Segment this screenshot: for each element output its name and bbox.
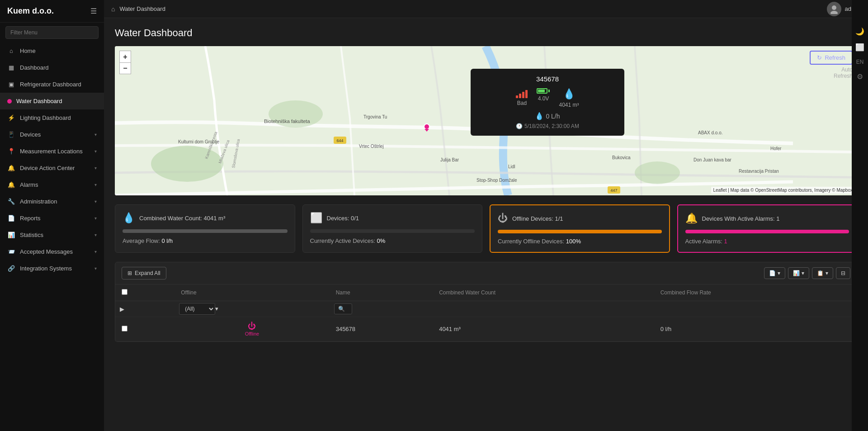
sidebar-item-label: Accepted Messages [20,248,73,255]
devices-icon: 📱 [7,131,15,138]
popup-battery: 4.0V [537,88,550,102]
stat-icon: 💧 [123,212,135,224]
cell-flow-rate: 0 l/h [654,317,857,341]
sidebar-item-device-action-center[interactable]: 🔔Device Action Center▾ [0,160,104,176]
refrigerator-dashboard-icon: ▣ [7,81,15,88]
xls-export-button[interactable]: 📊 ▾ [788,267,809,279]
stat-card-combined-water: 💧 Combined Water Count: 4041 m³ Average … [115,204,295,253]
svg-text:Lidl: Lidl [508,164,515,169]
settings-icon[interactable]: ⚙ [857,72,863,81]
zoom-in-button[interactable]: + [119,51,131,62]
expand-icon: ⊞ [127,270,132,276]
stat-bar [123,229,288,233]
stat-sub-value: 1 [724,238,727,245]
accepted-messages-icon: 📨 [7,248,15,255]
refresh-button[interactable]: ↻ Refresh [810,51,853,65]
svg-text:Vrtec Oštrlej: Vrtec Oštrlej [359,144,384,149]
sidebar: Kuem d.o.o. ☰ ⌂Home▦Dashboard▣Refrigerat… [0,0,104,431]
stat-card-header: 💧 Combined Water Count: 4041 m³ [123,212,288,224]
sidebar-item-integration-systems[interactable]: 🔗Integration Systems▾ [0,260,104,277]
sidebar-item-accepted-messages[interactable]: 📨Accepted Messages▾ [0,243,104,260]
expand-all-label: Expand All [135,270,160,276]
stat-card-header: ⬜ Devices: 0/1 [310,212,475,224]
popup-volume-value: 4041 m³ [559,102,579,108]
stat-bar-bg [685,230,849,233]
row-checkbox[interactable] [122,326,127,332]
csv-icon: 📋 [817,270,824,276]
sidebar-item-label: Administration [20,198,57,205]
popup-metrics: Bad 4.0V 💧 4041 m³ [480,88,615,108]
sidebar-item-statistics[interactable]: 📊Statistics▾ [0,227,104,243]
col-header-offline: Offline [175,284,329,301]
hamburger-icon[interactable]: ☰ [90,7,97,15]
chevron-icon: ▾ [94,149,97,154]
sidebar-item-refrigerator-dashboard[interactable]: ▣Refrigerator Dashboard [0,76,104,93]
svg-text:447: 447 [610,188,617,193]
stat-card-offline-devices: ⏻ Offline Devices: 1/1 Currently Offline… [490,204,670,253]
dark-mode-icon[interactable]: 🌙 [855,27,864,36]
sidebar-item-label: Device Action Center [20,165,75,171]
sidebar-item-label: Water Dashboard [16,98,62,104]
lighting-dashboard-icon: ⚡ [7,114,15,121]
refresh-sub-label: Refresh [834,73,853,79]
stat-sub-value: 0 l/h [161,237,173,244]
right-edge-panel: 🌙 ⬜ EN ⚙ [852,0,868,431]
sidebar-nav: ⌂Home▦Dashboard▣Refrigerator DashboardWa… [0,43,104,277]
expand-all-button[interactable]: ⊞ Expand All [122,267,166,279]
sidebar-item-reports[interactable]: 📄Reports▾ [0,210,104,227]
language-selector[interactable]: EN [856,59,864,65]
refresh-icon: ↻ [817,54,822,61]
stat-icon: 🔔 [685,213,698,224]
sidebar-item-administration[interactable]: 🔧Administration▾ [0,193,104,210]
cell-offline: ⏻ Offline [175,317,329,341]
stats-row: 💧 Combined Water Count: 4041 m³ Average … [115,204,857,253]
sidebar-item-alarms[interactable]: 🔔Alarms▾ [0,176,104,193]
popup-signal-label: Bad [517,100,527,106]
auto-refresh-label: Auto Refresh [834,66,853,79]
dashboard-icon: ▦ [7,64,15,71]
offline-filter-select[interactable]: (All) [179,303,215,315]
xls-label: ▾ [802,270,804,276]
zoom-out-button[interactable]: − [119,62,131,74]
column-toggle-button[interactable]: ⊟ [836,267,850,279]
name-filter-input[interactable] [334,303,352,314]
sidebar-item-home[interactable]: ⌂Home [0,43,104,59]
stat-icon: ⬜ [310,212,322,224]
display-icon[interactable]: ⬜ [855,43,864,52]
main-area: ⌂ Water Dashboard admin Water Dashboard [104,0,868,431]
sidebar-item-label: Home [20,47,36,54]
stat-sub-value: 100% [566,238,581,245]
stat-title: Devices With Active Alarms: 1 [702,215,780,222]
csv-export-button[interactable]: 📋 ▾ [812,267,833,279]
sidebar-item-measurement-locations[interactable]: 📍Measurement Locations▾ [0,143,104,160]
measurement-locations-icon: 📍 [7,148,15,155]
popup-signal: Bad [516,88,528,106]
pdf-export-button[interactable]: 📄 ▾ [764,267,785,279]
sidebar-filter-area [0,23,104,43]
sidebar-item-label: Alarms [20,181,38,188]
svg-text:644: 644 [336,138,343,143]
device-popup: 345678 Bad [471,69,624,136]
chevron-icon: ▾ [94,216,97,221]
stat-bar [685,230,849,233]
chevron-icon: ▾ [94,249,97,254]
expand-arrow[interactable]: ▶ [120,306,124,313]
sidebar-item-water-dashboard[interactable]: Water Dashboard [0,93,104,109]
popup-volume: 💧 4041 m³ [559,88,579,108]
map-marker[interactable] [424,123,430,130]
xls-icon: 📊 [793,270,800,276]
sidebar-item-dashboard[interactable]: ▦Dashboard [0,59,104,76]
topbar-home-icon: ⌂ [111,5,115,13]
sidebar-item-lighting-dashboard[interactable]: ⚡Lighting Dashboard [0,109,104,126]
topbar: ⌂ Water Dashboard admin [104,0,868,18]
sidebar-item-devices[interactable]: 📱Devices▾ [0,126,104,143]
sidebar-logo: Kuem d.o.o. [7,6,54,16]
stat-card-devices: ⬜ Devices: 0/1 Currently Active Devices:… [302,204,483,253]
sidebar-filter-input[interactable] [5,26,99,39]
sidebar-item-label: Devices [20,131,41,138]
sidebar-header: Kuem d.o.o. ☰ [0,0,104,23]
map-container[interactable]: Biotehniška fakulteta Kulturni dom Grobl… [115,46,857,195]
topbar-tab-title: Water Dashboard [119,5,165,12]
select-all-checkbox[interactable] [122,289,127,295]
battery-icon [537,88,550,94]
